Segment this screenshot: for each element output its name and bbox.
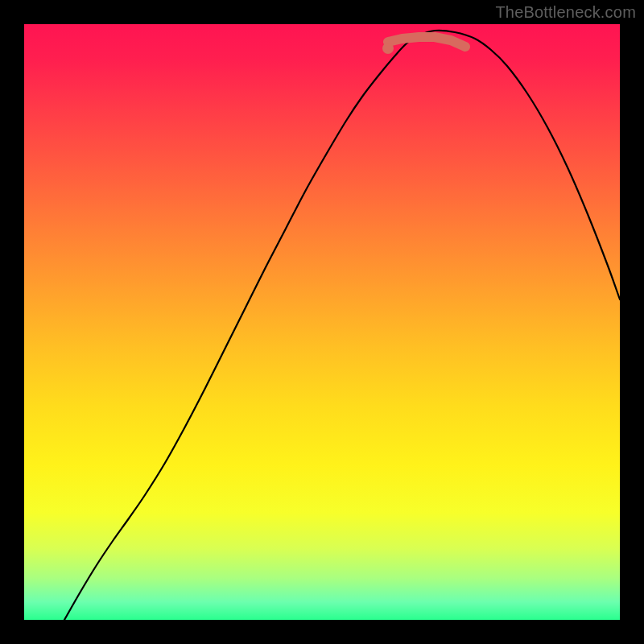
optimal-point-marker [382,43,394,54]
chart-svg [24,24,620,620]
bottleneck-curve [64,31,620,620]
chart-area [24,24,620,620]
optimal-range-segment [388,37,465,47]
watermark-text: TheBottleneck.com [495,3,636,22]
